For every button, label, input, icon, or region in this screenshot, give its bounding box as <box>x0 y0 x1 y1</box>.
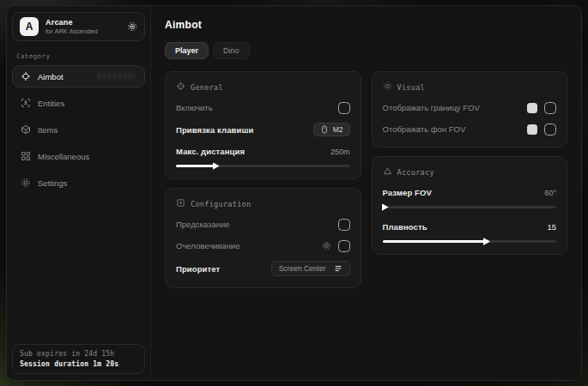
box-dot-icon <box>176 198 185 209</box>
scope-icon <box>176 81 185 93</box>
sidebar: A Arcane for ARK Ascended Category <box>7 6 151 380</box>
prediction-label: Предсказание <box>176 220 230 229</box>
slider-thumb[interactable] <box>483 238 490 245</box>
tab-bar: Player Dino <box>165 42 567 59</box>
sidebar-item-settings[interactable]: Settings <box>12 172 145 194</box>
triangle-icon <box>383 166 392 178</box>
fov-border-checkbox[interactable] <box>544 102 556 114</box>
gear-icon[interactable] <box>127 21 137 32</box>
max-distance-slider[interactable] <box>176 165 350 167</box>
humanization-checkbox[interactable] <box>338 240 350 252</box>
app-logo: A <box>20 17 39 36</box>
color-swatch[interactable] <box>527 124 537 135</box>
box-icon <box>21 124 31 135</box>
smoothness-value: 15 <box>547 222 556 232</box>
app-title: Arcane <box>45 18 98 27</box>
sidebar-nav: Aimbot Entities <box>12 65 145 194</box>
category-label: Category <box>16 52 141 60</box>
configuration-card: Configuration Предсказание Очеловечивани… <box>165 188 361 288</box>
visual-card: Visual Отображать границу FOV Отображать… <box>372 71 568 148</box>
smoothness-row: Плавность 15 <box>383 220 557 233</box>
fov-background-controls <box>527 124 556 136</box>
color-swatch[interactable] <box>527 103 537 113</box>
grid-icon <box>21 151 31 161</box>
page-title: Aimbot <box>165 19 567 31</box>
sidebar-item-miscellaneous[interactable]: Miscellaneous <box>12 145 145 167</box>
slider-thumb[interactable] <box>213 162 220 170</box>
keybind-row: Привязка клавиши M2 <box>176 123 350 136</box>
sub-expires-text: Sub expires in 24d 15h <box>20 350 137 358</box>
sidebar-item-label: Aimbot <box>38 72 64 81</box>
slider-fill <box>383 240 488 243</box>
main-panel: Aimbot Player Dino Ge <box>151 6 581 380</box>
sidebar-item-items[interactable]: Items <box>12 118 145 141</box>
list-icon <box>334 264 342 273</box>
section-title: Visual <box>397 83 426 92</box>
enable-row: Включить <box>176 101 350 114</box>
fov-size-block: Размер FOV 60° <box>383 186 557 208</box>
gear-icon[interactable] <box>322 241 331 250</box>
tab-player[interactable]: Player <box>165 42 209 59</box>
visual-card-header: Visual <box>383 81 557 93</box>
session-info-card: Sub expires in 24d 15h Session duration … <box>12 344 145 374</box>
crosshair-icon <box>21 71 31 81</box>
prediction-checkbox[interactable] <box>338 219 350 231</box>
smoothness-label: Плавность <box>383 222 427 232</box>
game-background: A Arcane for ARK Ascended Category <box>0 0 588 386</box>
slider-fill <box>383 206 385 208</box>
fov-size-row: Размер FOV 60° <box>383 186 557 199</box>
accuracy-card: Accuracy Размер FOV 60° <box>372 156 568 255</box>
sidebar-item-label: Items <box>38 125 58 135</box>
prediction-row: Предсказание <box>176 218 350 231</box>
priority-select[interactable]: Screen Center <box>271 261 350 276</box>
content-columns: General Включить Привязка клавиши <box>165 71 567 288</box>
slider-fill <box>176 165 216 167</box>
sidebar-item-label: Miscellaneous <box>38 152 89 161</box>
fov-background-row: Отображать фон FOV <box>383 123 557 136</box>
section-title: General <box>191 83 223 92</box>
smoothness-slider[interactable] <box>383 240 557 243</box>
accuracy-card-header: Accuracy <box>383 166 557 178</box>
max-distance-row: Макс. дистанция 250m <box>176 145 350 158</box>
configuration-card-header: Configuration <box>176 198 350 209</box>
sidebar-item-aimbot[interactable]: Aimbot <box>12 65 145 87</box>
fov-size-slider[interactable] <box>383 206 557 208</box>
smoothness-block: Плавность 15 <box>383 220 557 243</box>
section-title: Configuration <box>191 200 251 208</box>
max-distance-block: Макс. дистанция 250m <box>176 145 350 167</box>
enable-checkbox[interactable] <box>338 102 350 114</box>
section-title: Accuracy <box>397 168 434 177</box>
mouse-icon <box>320 125 329 134</box>
humanization-controls <box>322 240 350 252</box>
fov-border-label: Отображать границу FOV <box>383 103 480 112</box>
gear-icon <box>21 178 31 188</box>
fov-border-controls <box>527 102 556 114</box>
priority-value: Screen Center <box>279 264 326 273</box>
enable-label: Включить <box>176 103 213 112</box>
humanization-label: Очеловечивание <box>176 241 239 250</box>
cheat-menu-window: A Arcane for ARK Ascended Category <box>6 5 582 381</box>
fov-size-value: 60° <box>544 189 556 197</box>
sidebar-item-label: Entities <box>38 99 64 108</box>
brand-text: Arcane for ARK Ascended <box>45 18 98 35</box>
sidebar-item-label: Settings <box>38 178 67 188</box>
sun-icon <box>383 81 392 93</box>
session-duration-text: Session duration 1m 20s <box>20 360 137 368</box>
humanization-row: Очеловечивание <box>176 239 350 252</box>
keybind-value: M2 <box>333 125 343 134</box>
fov-background-label: Отображать фон FOV <box>383 124 466 134</box>
keybind-button[interactable]: M2 <box>313 123 350 136</box>
fov-background-checkbox[interactable] <box>544 124 556 136</box>
max-distance-label: Макс. дистанция <box>176 147 245 156</box>
priority-label: Приоритет <box>176 264 220 274</box>
right-column: Visual Отображать границу FOV Отображать… <box>372 71 568 255</box>
left-column: General Включить Привязка клавиши <box>165 71 361 288</box>
person-scan-icon <box>21 98 31 108</box>
sidebar-item-entities[interactable]: Entities <box>12 92 145 114</box>
tab-dino[interactable]: Dino <box>213 42 250 59</box>
brand-card: A Arcane for ARK Ascended <box>12 12 145 41</box>
general-card-header: General <box>176 81 350 93</box>
slider-thumb[interactable] <box>382 203 389 211</box>
app-subtitle: for ARK Ascended <box>45 27 98 35</box>
keybind-label: Привязка клавиши <box>176 125 253 135</box>
